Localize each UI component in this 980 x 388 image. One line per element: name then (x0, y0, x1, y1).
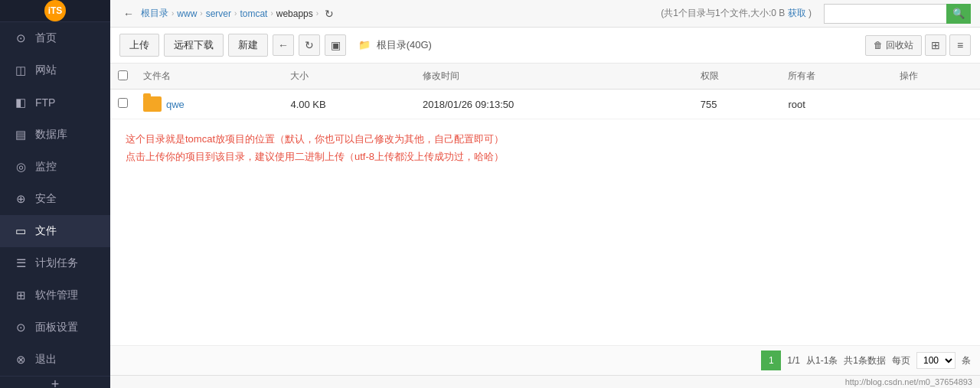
breadcrumb-www[interactable]: www (177, 8, 197, 19)
upload-button[interactable]: 上传 (119, 34, 159, 57)
sidebar-item-website[interactable]: ◫ 网站 (0, 54, 110, 86)
row-actions-cell (892, 90, 980, 119)
annotation-text: 这个目录就是tomcat放项目的位置（默认，你也可以自己修改为其他，自己配置即可… (126, 130, 965, 166)
row-size-cell: 4.00 KB (283, 90, 415, 119)
pagination-unit: 条 (962, 354, 971, 367)
col-owner: 所有者 (780, 64, 892, 90)
pagination-total: 共1条数据 (844, 354, 886, 367)
grid-view-button[interactable]: ⊞ (925, 34, 946, 56)
main-panel: ← 根目录 › www › server › tomcat › webapps … (110, 0, 980, 388)
security-icon: ⊕ (14, 192, 28, 206)
search-input[interactable] (824, 4, 946, 24)
sidebar-label-database: 数据库 (35, 128, 67, 142)
sidebar-item-ftp[interactable]: ◧ FTP (0, 86, 110, 119)
root-info: 📁 根目录(40G) (358, 38, 432, 52)
search-bar: 🔍 (824, 4, 971, 24)
root-folder-icon: 📁 (358, 39, 371, 51)
file-table-wrap: 文件名 大小 修改时间 权限 所有者 操作 qwe 4.00 KB (110, 64, 980, 345)
file-link[interactable]: qwe (166, 99, 185, 110)
col-checkbox (110, 64, 136, 90)
list-view-button[interactable]: ≡ (949, 34, 971, 56)
pagination-pages: 1/1 (787, 355, 800, 366)
per-page-select[interactable]: 100 50 200 (916, 352, 956, 369)
back-button[interactable]: ← (273, 34, 294, 56)
sidebar-item-monitor[interactable]: ◎ 监控 (0, 151, 110, 183)
col-size: 大小 (283, 64, 415, 90)
logout-icon: ⊗ (14, 353, 28, 367)
terminal-button[interactable]: ▣ (325, 34, 346, 56)
sidebar-nav: ⊙ 首页 ◫ 网站 ◧ FTP ▤ 数据库 ◎ 监控 ⊕ 安全 ▭ 文件 ☰ 计… (0, 22, 110, 376)
logo-icon: iTS (44, 0, 66, 21)
row-name-cell: qwe (136, 90, 283, 119)
col-filename: 文件名 (136, 64, 283, 90)
breadcrumb-path: 根目录 › www › server › tomcat › webapps › (141, 7, 318, 20)
home-icon: ⊙ (14, 31, 28, 45)
software-icon: ⊞ (14, 289, 28, 302)
select-all-checkbox[interactable] (118, 70, 128, 80)
database-icon: ▤ (14, 128, 28, 142)
row-permissions-cell: 755 (693, 90, 781, 119)
tasks-icon: ☰ (14, 256, 28, 270)
sidebar-label-website: 网站 (35, 64, 57, 77)
annotation-area: 这个目录就是tomcat放项目的位置（默认，你也可以自己修改为其他，自己配置即可… (110, 119, 980, 174)
breadcrumb-webapps[interactable]: webapps (276, 8, 313, 19)
breadcrumb-back-button[interactable]: ← (119, 6, 138, 21)
sidebar-item-logout[interactable]: ⊗ 退出 (0, 344, 110, 376)
sidebar-item-software[interactable]: ⊞ 软件管理 (0, 279, 110, 311)
sidebar-label-security: 安全 (35, 192, 57, 206)
pagination-range: 从1-1条 (806, 354, 838, 367)
remote-download-button[interactable]: 远程下载 (164, 34, 224, 57)
row-modified-cell: 2018/01/26 09:13:50 (415, 90, 693, 119)
trash-icon: 🗑 (874, 40, 883, 51)
sidebar-item-security[interactable]: ⊕ 安全 (0, 183, 110, 215)
toolbar: 上传 远程下载 新建 ← ↻ ▣ 📁 根目录(40G) 🗑 回收站 ⊞ ≡ (110, 28, 980, 64)
row-checkbox[interactable] (118, 98, 128, 108)
sidebar: iTS ⊙ 首页 ◫ 网站 ◧ FTP ▤ 数据库 ◎ 监控 ⊕ 安全 ▭ 文件… (0, 0, 110, 388)
breadcrumb-get-link[interactable]: 获取 (788, 8, 806, 18)
sidebar-item-files[interactable]: ▭ 文件 (0, 215, 110, 247)
row-checkbox-cell (110, 90, 136, 119)
page-1-button[interactable]: 1 (761, 351, 781, 370)
file-table: 文件名 大小 修改时间 权限 所有者 操作 qwe 4.00 KB (110, 64, 980, 119)
breadcrumb-info: (共1个目录与1个文件,大小:0 B 获取 ) (661, 7, 812, 20)
breadcrumb-root[interactable]: 根目录 (141, 7, 168, 20)
sidebar-item-database[interactable]: ▤ 数据库 (0, 119, 110, 151)
col-permissions: 权限 (693, 64, 781, 90)
pagination-bar: 1 1/1 从1-1条 共1条数据 每页 100 50 200 条 (110, 345, 980, 375)
table-row: qwe 4.00 KB 2018/01/26 09:13:50 755 root (110, 90, 980, 119)
col-modified: 修改时间 (415, 64, 693, 90)
settings-icon: ⊙ (14, 321, 28, 334)
sidebar-label-settings: 面板设置 (35, 321, 78, 334)
sidebar-label-logout: 退出 (35, 353, 57, 367)
toolbar-view-area: 🗑 回收站 ⊞ ≡ (865, 34, 971, 56)
sidebar-label-ftp: FTP (35, 96, 55, 109)
sidebar-label-files: 文件 (35, 224, 57, 238)
ftp-icon: ◧ (14, 96, 28, 109)
search-button[interactable]: 🔍 (946, 4, 971, 24)
files-icon: ▭ (14, 224, 28, 238)
folder-icon (143, 96, 162, 112)
sidebar-label-tasks: 计划任务 (35, 256, 78, 270)
sidebar-item-tasks[interactable]: ☰ 计划任务 (0, 247, 110, 279)
sidebar-add-button[interactable]: + (0, 376, 110, 388)
url-bar: http://blog.csdn.net/m0_37654893 (110, 375, 980, 388)
sidebar-item-settings[interactable]: ⊙ 面板设置 (0, 311, 110, 344)
breadcrumb-server[interactable]: server (206, 8, 231, 19)
monitor-icon: ◎ (14, 160, 28, 174)
sidebar-label-monitor: 监控 (35, 160, 57, 174)
new-button[interactable]: 新建 (228, 34, 268, 57)
breadcrumb-bar: ← 根目录 › www › server › tomcat › webapps … (110, 0, 980, 28)
col-actions: 操作 (892, 64, 980, 90)
row-owner-cell: root (780, 90, 892, 119)
sidebar-label-home: 首页 (35, 31, 57, 45)
refresh-button[interactable]: ↻ (299, 34, 320, 56)
recycle-button[interactable]: 🗑 回收站 (865, 35, 922, 56)
sidebar-label-software: 软件管理 (35, 289, 78, 302)
website-icon: ◫ (14, 64, 28, 77)
breadcrumb-refresh-button[interactable]: ↻ (325, 8, 334, 20)
breadcrumb-tomcat[interactable]: tomcat (240, 8, 267, 19)
sidebar-item-home[interactable]: ⊙ 首页 (0, 22, 110, 54)
sidebar-logo: iTS (0, 0, 110, 22)
pagination-per-page-label: 每页 (892, 354, 910, 367)
